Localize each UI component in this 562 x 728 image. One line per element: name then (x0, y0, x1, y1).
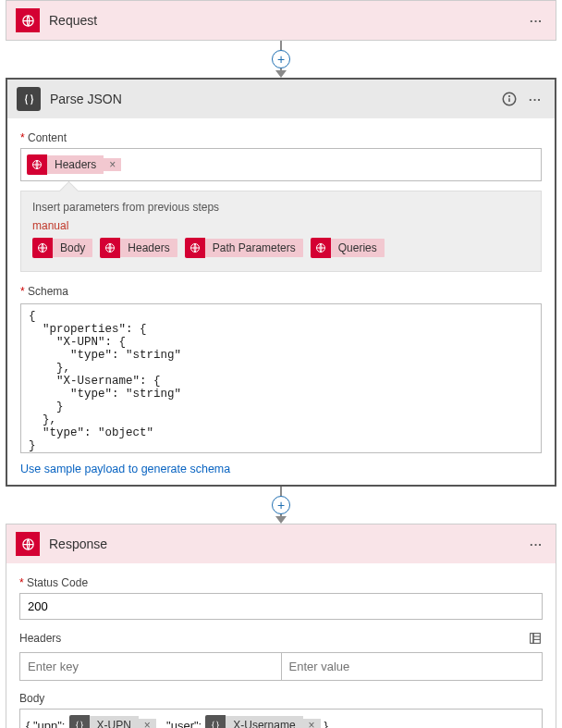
braces-icon (205, 715, 226, 728)
body-token-xupn[interactable]: X-UPN × (69, 715, 156, 728)
headers-label: Headers (19, 632, 61, 645)
svg-point-3 (509, 96, 510, 97)
params-source: manual (32, 219, 530, 232)
body-text: , "user": (160, 719, 202, 729)
connector-2: + (0, 487, 562, 524)
body-text: } (324, 719, 328, 729)
token-remove-button[interactable]: × (303, 719, 321, 728)
add-step-button[interactable]: + (272, 50, 290, 68)
body-input[interactable]: { "upn": X-UPN × , "user": X-Username × … (19, 709, 543, 728)
response-card: Response ··· Status Code Headers Body { … (6, 524, 556, 728)
header-kv-row (19, 652, 543, 681)
http-icon (100, 238, 120, 258)
parse-json-header[interactable]: Parse JSON ··· (7, 80, 555, 118)
request-menu-button[interactable]: ··· (526, 10, 546, 31)
sample-payload-link[interactable]: Use sample payload to generate schema (20, 463, 230, 475)
token-label: Headers (47, 155, 104, 174)
http-icon (16, 532, 40, 556)
param-body[interactable]: Body (32, 238, 92, 258)
response-menu-button[interactable]: ··· (526, 534, 546, 554)
parse-json-card: Parse JSON ··· Content Headers × Insert … (6, 78, 556, 487)
body-label: Body (19, 692, 543, 705)
response-body-section: Status Code Headers Body { "upn": X-UPN … (6, 563, 556, 728)
svg-rect-11 (533, 634, 540, 644)
param-headers[interactable]: Headers (100, 238, 177, 258)
switch-mode-icon[interactable] (528, 631, 543, 648)
parse-json-menu-button[interactable]: ··· (525, 89, 545, 109)
response-title: Response (49, 537, 517, 551)
braces-icon (69, 715, 90, 728)
header-key-input[interactable] (19, 652, 281, 681)
schema-textarea[interactable]: { "properties": { "X-UPN": { "type": "st… (20, 303, 542, 453)
schema-label: Schema (20, 285, 542, 298)
request-title: Request (49, 13, 517, 28)
param-queries[interactable]: Queries (311, 238, 385, 258)
braces-icon (17, 87, 41, 111)
http-icon (27, 154, 47, 175)
content-token-headers[interactable]: Headers × (27, 154, 121, 175)
params-title: Insert parameters from previous steps (32, 201, 530, 214)
token-remove-button[interactable]: × (104, 158, 121, 171)
status-code-label: Status Code (19, 576, 543, 589)
param-path-parameters[interactable]: Path Parameters (185, 238, 303, 258)
http-icon (311, 238, 331, 258)
request-card: Request ··· (6, 0, 556, 41)
response-header[interactable]: Response ··· (6, 524, 556, 563)
parse-json-body: Content Headers × Insert parameters from… (7, 118, 555, 485)
content-input[interactable]: Headers × (20, 148, 542, 181)
params-row: Body Headers Path Parameters Queries (32, 238, 530, 258)
body-token-xusername[interactable]: X-Username × (205, 715, 320, 728)
http-icon (32, 238, 53, 258)
token-remove-button[interactable]: × (139, 719, 156, 728)
add-step-button[interactable]: + (272, 496, 290, 514)
header-value-input[interactable] (281, 652, 544, 681)
http-icon (16, 8, 40, 32)
params-panel: Insert parameters from previous steps ma… (20, 191, 542, 272)
info-icon[interactable] (499, 89, 519, 109)
parse-json-title: Parse JSON (50, 92, 490, 106)
http-icon (185, 238, 205, 258)
body-text: { "upn": (26, 719, 66, 729)
request-header[interactable]: Request ··· (6, 1, 556, 40)
content-label: Content (20, 131, 542, 144)
status-code-input[interactable] (19, 593, 543, 620)
connector-1: + (0, 41, 562, 78)
